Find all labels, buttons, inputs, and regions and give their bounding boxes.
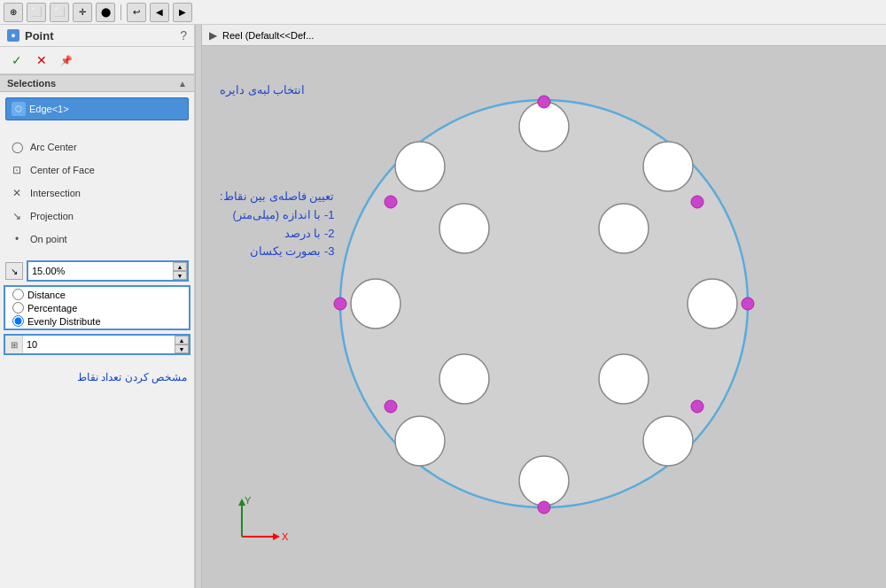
radio-percentage[interactable]: Percentage (12, 302, 182, 313)
number-input-icon: ⊞ (5, 336, 23, 353)
intersection-icon: ✕ (9, 185, 25, 201)
selection-value: Edge<1> (29, 104, 69, 114)
on-point-label: On point (30, 234, 67, 244)
snap-options-list: ◯ Arc Center ⊡ Center of Face ✕ Intersec… (0, 133, 194, 253)
radio-evenly-label: Evenly Distribute (27, 316, 101, 327)
hole-top-left (395, 142, 445, 191)
canvas-instructions: تعیین فاصله‌ی بین نقاط: 1- با اندازه (می… (220, 188, 334, 261)
confirm-button[interactable]: ✓ (7, 50, 27, 70)
toolbar-btn-1[interactable]: ⊕ (4, 3, 23, 22)
percentage-spin-buttons: ▲ ▼ (173, 262, 187, 280)
percentage-input[interactable] (28, 264, 173, 278)
hole-inner-bottom-left (439, 354, 489, 404)
x-axis-label: X (282, 531, 289, 542)
bottom-annotation-label: مشخص کردن تعداد نقاط (7, 369, 187, 386)
percentage-snap-icon: ↘ (5, 262, 23, 280)
number-spin-up[interactable]: ▲ (175, 336, 189, 344)
left-panel: ● Point ? ✓ ✕ 📌 Selections ▲ ⬡ Edge<1> (0, 25, 195, 588)
viewport-title: Reel (Default<<Def... (222, 30, 314, 41)
arc-center-icon: ◯ (9, 139, 25, 155)
axis-indicator: X Y (229, 492, 291, 557)
canvas-top-annotation: انتخاب لبه‌ی دایره (220, 81, 305, 100)
snap-intersection[interactable]: ✕ Intersection (5, 182, 189, 204)
hole-inner-top-right (599, 204, 649, 253)
radio-evenly-distribute[interactable]: Evenly Distribute (12, 315, 182, 327)
x-axis-arrow (273, 533, 280, 540)
toolbar-btn-5[interactable]: ⬤ (96, 3, 115, 22)
point-bottom (538, 501, 550, 514)
toolbar-btn-3[interactable]: ⬜ (50, 3, 69, 22)
selections-chevron: ▲ (178, 79, 187, 89)
panel-icon: ● (7, 29, 19, 42)
number-spin-down[interactable]: ▼ (175, 344, 189, 353)
center-of-face-label: Center of Face (30, 165, 95, 175)
selection-box-icon: ⬡ (12, 102, 26, 116)
number-input-wrap: ⊞ ▲ ▼ (4, 334, 190, 355)
radio-evenly-input[interactable] (12, 315, 24, 327)
hole-bottom-right (643, 416, 693, 466)
panel-title-bar: ● Point ? (0, 25, 194, 47)
selection-box[interactable]: ⬡ Edge<1> (5, 97, 189, 120)
point-bottom-left (385, 400, 397, 413)
projection-icon: ↘ (9, 208, 25, 224)
toolbar-divider-1 (120, 4, 121, 20)
hole-top (519, 102, 569, 151)
percentage-spin-down[interactable]: ▼ (173, 271, 187, 280)
tree-icon: ▶ (209, 29, 217, 42)
instruction-line-3: 3- بصورت یکسان (220, 243, 334, 261)
bottom-annotation-area: مشخص کردن تعداد نقاط (0, 366, 194, 390)
radio-distance-input[interactable] (12, 289, 24, 300)
point-top-right (691, 196, 703, 208)
snap-on-point[interactable]: • On point (5, 228, 189, 250)
snap-arc-center[interactable]: ◯ Arc Center (5, 136, 189, 158)
axis-svg: X Y (229, 492, 291, 554)
radio-group: Distance Percentage Evenly Distribute (4, 285, 190, 330)
canvas-bottom-annotation: تعیین فاصله‌ی بین نقاط: 1- با اندازه (می… (220, 188, 334, 261)
projection-label: Projection (30, 211, 74, 221)
viewport-header: ▶ Reel (Default<<Def... (202, 25, 886, 46)
number-input[interactable] (23, 337, 175, 352)
panel-help-icon[interactable]: ? (180, 28, 187, 43)
snap-center-of-face[interactable]: ⊡ Center of Face (5, 159, 189, 181)
point-left (334, 298, 346, 310)
instruction-title: تعیین فاصله‌ی بین نقاط: (220, 188, 334, 206)
hole-bottom-left (395, 416, 445, 466)
intersection-label: Intersection (30, 188, 81, 198)
point-top-left (385, 196, 397, 208)
main-area: ● Point ? ✓ ✕ 📌 Selections ▲ ⬡ Edge<1> (0, 25, 886, 588)
pin-button[interactable]: 📌 (57, 50, 76, 70)
radio-percentage-label: Percentage (27, 303, 77, 313)
arc-center-label: Arc Center (30, 142, 77, 152)
instruction-line-2: 2- با درصد (220, 225, 334, 244)
percentage-input-wrap: ▲ ▼ (27, 260, 189, 282)
toolbar-btn-4[interactable]: ✛ (73, 3, 92, 22)
hole-inner-top-left (439, 204, 489, 253)
toolbar-btn-2[interactable]: ⬜ (27, 3, 46, 22)
center-of-face-icon: ⊡ (9, 162, 25, 178)
number-spin-buttons: ▲ ▼ (175, 336, 189, 353)
canvas-select-label: انتخاب لبه‌ی دایره (220, 81, 305, 100)
radio-distance-label: Distance (27, 290, 66, 300)
y-axis-label: Y (245, 495, 252, 506)
hole-inner-bottom-right (599, 354, 649, 404)
snap-projection[interactable]: ↘ Projection (5, 205, 189, 227)
percentage-spin-up[interactable]: ▲ (173, 262, 187, 271)
point-bottom-right (691, 400, 703, 413)
panel-separator[interactable] (195, 25, 202, 588)
hole-right (688, 279, 737, 329)
radio-percentage-input[interactable] (12, 302, 24, 313)
point-right (742, 298, 754, 310)
selections-content: ⬡ Edge<1> (0, 92, 194, 133)
hole-left (351, 279, 400, 329)
reel-svg (296, 47, 792, 561)
canvas-area: انتخاب لبه‌ی دایره تعیین فاصله‌ی بین نقا… (202, 46, 886, 561)
toolbar-btn-8[interactable]: ▶ (173, 3, 192, 22)
cancel-button[interactable]: ✕ (32, 50, 51, 70)
toolbar-btn-7[interactable]: ◀ (150, 3, 169, 22)
hole-bottom (519, 456, 569, 506)
radio-distance[interactable]: Distance (12, 289, 182, 300)
selections-section-header[interactable]: Selections ▲ (0, 74, 194, 92)
toolbar-btn-6[interactable]: ↩ (127, 3, 146, 22)
right-viewport: ▶ Reel (Default<<Def... انتخاب لبه‌ی دای… (202, 25, 886, 588)
panel-title-text: Point (25, 29, 54, 43)
